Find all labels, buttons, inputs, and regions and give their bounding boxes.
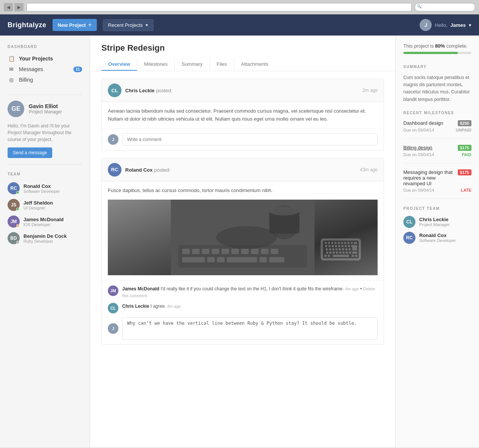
post-1-avatar: CL	[108, 84, 121, 97]
tab-summary[interactable]: Summary	[174, 58, 210, 71]
progress-suffix: complete.	[446, 43, 467, 49]
svg-rect-13	[207, 257, 215, 262]
recent-projects-button[interactable]: Recent Projects ▼	[103, 19, 154, 31]
tab-attachments[interactable]: Attachments	[234, 58, 275, 71]
milestone-3-due: Due on 09/04/14	[403, 188, 434, 192]
post-2-avatar: RC	[108, 163, 121, 177]
svg-rect-10	[261, 249, 269, 254]
post-card-2: RC Roland Cox posted: 43m ago Fusce dapi…	[101, 158, 384, 345]
team-member-ronald[interactable]: RC Ronald Cox Software Developer	[8, 180, 82, 197]
tab-overview[interactable]: Overview	[101, 58, 137, 71]
ronald-avatar-wrap: RC	[8, 182, 20, 194]
post-2-image-wrap	[102, 200, 384, 281]
jeff-info: Jeff Sheldon UI Designer	[23, 200, 53, 210]
pt-chris-name: Chris Leckie	[419, 217, 450, 222]
top-nav: Brightalyze New Project + Recent Project…	[0, 14, 479, 36]
milestones-label: RECENT MILESTONES	[403, 111, 471, 115]
pm-info: Gavin Elliot Project Manager	[29, 101, 62, 117]
svg-rect-11	[271, 249, 278, 254]
benjamin-status-dot	[16, 241, 19, 244]
svg-rect-4	[202, 249, 210, 254]
comment-chris-avatar: CL	[108, 303, 118, 313]
james-role: iOS Developer	[23, 222, 64, 227]
comment-chris-time: 4m ago	[167, 304, 181, 308]
url-bar[interactable]	[26, 3, 412, 11]
ronald-role: Software Developer	[23, 189, 60, 194]
team-list: RC Ronald Cox Software Developer JS Jeff…	[8, 180, 82, 246]
progress-bar-bg	[403, 52, 471, 54]
center-content: Stripe Redesign Overview Milestones Summ…	[90, 36, 396, 447]
back-button[interactable]: ◀	[4, 3, 13, 11]
progress-bar-fill	[403, 52, 458, 54]
james-info: James McDonald iOS Developer	[23, 217, 64, 227]
team-member-benjamin[interactable]: BD Benjamin De Cock Ruby Developer	[8, 230, 82, 246]
milestone-2-name[interactable]: Billing design	[403, 145, 455, 150]
milestone-3-name: Messaging design that requires a new rev…	[403, 169, 455, 186]
browser-nav: ◀ ▶	[4, 3, 23, 11]
pm-name: Gavin Elliot	[29, 103, 62, 109]
new-project-label: New Project	[58, 22, 86, 28]
post-2-body: Fusce dapibus, tellus ac cursus commodo,…	[102, 181, 384, 200]
plus-icon: +	[88, 22, 92, 28]
milestone-1-price: $250	[458, 120, 471, 126]
your-projects-label: Your Projects	[19, 56, 53, 62]
post-keyboard-image	[108, 200, 378, 275]
dashboard-label: DASHBOARD	[8, 45, 82, 49]
post-1-comment-input[interactable]	[122, 133, 378, 146]
pt-member-chris[interactable]: CL Chris Leckie Project Manager	[403, 216, 471, 228]
billing-label: Billing	[19, 77, 33, 83]
sidebar-nav: 📋 Your Projects ✉ Messages 21 ◎ Billing	[8, 53, 82, 85]
post-1-comments: J	[102, 129, 384, 150]
pt-ronald-name: Ronald Cox	[419, 233, 456, 238]
comment-input-avatar-2: J	[108, 323, 118, 334]
jeff-avatar-wrap: JS	[8, 199, 20, 211]
user-name: James	[451, 22, 466, 28]
team-divider	[8, 164, 82, 164]
milestone-1: Dashboard design $250 Due on 09/04/14 UN…	[403, 120, 471, 139]
ronald-status-dot	[16, 191, 19, 194]
project-tabs: Overview Milestones Summary Files Attach…	[101, 58, 384, 71]
messages-icon: ✉	[8, 66, 15, 72]
svg-rect-16	[260, 257, 267, 262]
tab-files[interactable]: Files	[210, 58, 234, 71]
svg-rect-15	[227, 257, 257, 262]
team-member-jeff[interactable]: JS Jeff Sheldon UI Designer	[8, 197, 82, 213]
sidebar-divider	[8, 94, 82, 95]
project-team-label: PROJECT TEAM	[403, 206, 471, 211]
project-header: Stripe Redesign Overview Milestones Summ…	[90, 36, 395, 71]
post-1-time: 2m ago	[362, 88, 378, 93]
user-info[interactable]: J Hello, James ▾	[420, 19, 471, 31]
svg-rect-2	[182, 249, 190, 254]
james-avatar-wrap: JM	[8, 215, 20, 228]
svg-rect-14	[217, 257, 225, 262]
comment-james-body: James McDonald I'd really like it if you…	[122, 285, 378, 299]
sidebar-item-messages[interactable]: ✉ Messages 21	[8, 64, 82, 74]
post-1-meta: Chris Leckie posted:	[125, 87, 359, 94]
pt-chris-role: Project Manager	[419, 222, 450, 227]
tab-milestones[interactable]: Milestones	[137, 58, 174, 71]
team-member-james[interactable]: JM James McDonald iOS Developer	[8, 213, 82, 230]
post-card-1: CL Chris Leckie posted: 2m ago Aenean la…	[101, 79, 384, 150]
comment-james-time: 4m ago	[345, 287, 359, 291]
feed: CL Chris Leckie posted: 2m ago Aenean la…	[90, 71, 395, 352]
new-project-button[interactable]: New Project +	[53, 19, 97, 31]
team-label: TEAM	[8, 172, 82, 176]
benjamin-name: Benjamin De Cock	[23, 233, 67, 239]
benjamin-avatar-wrap: BD	[8, 232, 20, 244]
post-2-header: RC Roland Cox posted: 43m ago	[102, 158, 384, 181]
pt-member-ronald[interactable]: RC Ronald Cox Software Developer	[403, 232, 471, 244]
milestone-2-status: PAID	[462, 152, 471, 157]
comment-input-avatar-1: J	[108, 134, 118, 145]
sidebar-item-your-projects[interactable]: 📋 Your Projects	[8, 53, 82, 64]
browser-search-input[interactable]	[415, 3, 475, 11]
app-logo: Brightalyze	[8, 21, 47, 29]
comment-chris-text: I agree.	[151, 304, 166, 309]
sidebar-item-billing[interactable]: ◎ Billing	[8, 74, 82, 85]
svg-point-20	[269, 206, 300, 215]
comment-chris-author: Chris Leckie	[122, 304, 149, 309]
svg-rect-17	[269, 257, 285, 262]
forward-button[interactable]: ▶	[14, 3, 23, 11]
milestone-3-row: Messaging design that requires a new rev…	[403, 169, 471, 186]
post-2-comment-input[interactable]: Why can't we have the vertical line betw…	[122, 317, 378, 340]
send-message-button[interactable]: Send a message	[8, 147, 52, 158]
